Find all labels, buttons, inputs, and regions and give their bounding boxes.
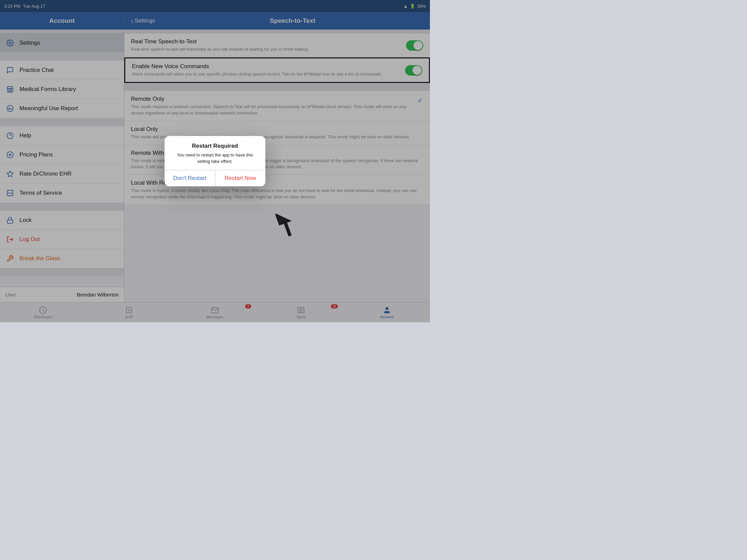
modal-overlay: Restart Required You need to restart the… — [0, 0, 430, 322]
modal-body: Restart Required You need to restart the… — [164, 136, 265, 169]
dont-restart-button[interactable]: Don't Restart — [164, 170, 215, 186]
modal-title: Restart Required — [171, 143, 259, 150]
restart-modal: Restart Required You need to restart the… — [164, 136, 265, 186]
modal-message: You need to restart the app to have this… — [171, 152, 259, 164]
modal-actions: Don't Restart Restart Now — [164, 170, 265, 186]
svg-marker-28 — [276, 210, 295, 237]
modal-container: Restart Required You need to restart the… — [164, 136, 265, 186]
cursor-svg — [276, 210, 295, 237]
restart-now-button[interactable]: Restart Now — [215, 170, 266, 186]
